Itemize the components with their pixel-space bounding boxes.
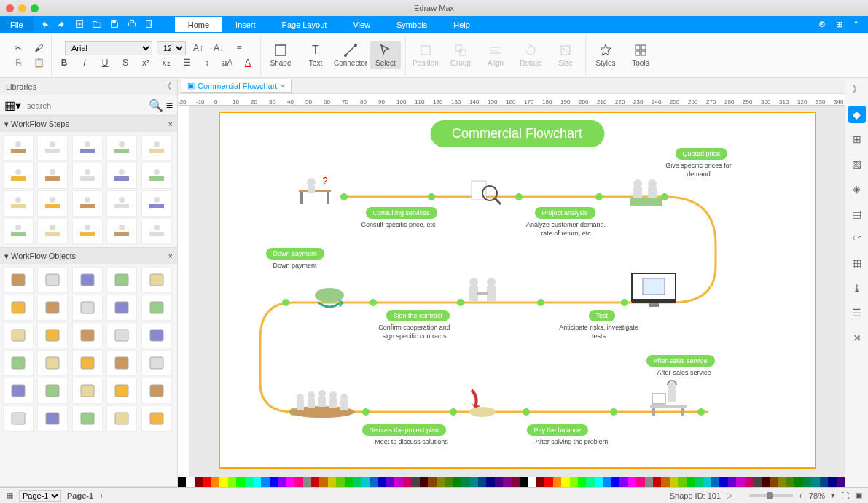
color-swatch[interactable] xyxy=(278,477,286,487)
color-swatch[interactable] xyxy=(195,477,203,487)
fullscreen-icon[interactable]: ▣ xyxy=(855,491,862,500)
lib-step-item[interactable] xyxy=(141,190,172,217)
monitor-icon[interactable] xyxy=(628,270,679,306)
lib-object-item[interactable] xyxy=(141,350,172,376)
pay-hand-icon[interactable] xyxy=(457,386,501,423)
lib-object-item[interactable] xyxy=(72,405,103,432)
color-swatch[interactable] xyxy=(294,477,302,487)
image-panel-icon[interactable]: ▧ xyxy=(848,155,866,173)
color-swatch[interactable] xyxy=(219,477,227,487)
lib-object-item[interactable] xyxy=(3,322,34,348)
document-tab[interactable]: ▣ Commercial Flowchart × xyxy=(181,79,292,93)
flow-label[interactable]: Pay the balance xyxy=(527,424,589,436)
section-workflow-objects[interactable]: ▾ WorkFlow Objects× xyxy=(0,248,177,264)
color-swatch[interactable] xyxy=(386,477,394,487)
support-desk-icon[interactable] xyxy=(646,379,690,416)
lib-object-item[interactable] xyxy=(3,267,34,293)
color-swatch[interactable] xyxy=(512,477,520,487)
group-button[interactable]: Group xyxy=(445,41,476,69)
styles-button[interactable]: Styles xyxy=(590,41,621,69)
color-swatch[interactable] xyxy=(670,477,678,487)
color-swatch[interactable] xyxy=(270,477,278,487)
handshake-icon[interactable] xyxy=(461,273,504,310)
color-swatch[interactable] xyxy=(794,477,802,487)
page-select[interactable]: Page-1 xyxy=(19,490,61,502)
color-swatch[interactable] xyxy=(228,477,236,487)
tab-insert[interactable]: Insert xyxy=(222,17,269,32)
tab-home[interactable]: Home xyxy=(175,17,222,32)
flow-text[interactable]: Confirm cooperation and sign specific co… xyxy=(375,324,455,340)
lib-object-item[interactable] xyxy=(72,350,103,376)
lib-step-item[interactable] xyxy=(72,163,103,189)
lib-step-item[interactable] xyxy=(141,135,172,161)
color-swatch[interactable] xyxy=(536,477,544,487)
flow-text[interactable]: Down payment xyxy=(255,262,335,270)
new-icon[interactable] xyxy=(74,19,85,31)
case-icon[interactable]: aA xyxy=(219,55,235,70)
lib-step-item[interactable] xyxy=(106,163,137,189)
align-button[interactable]: Align xyxy=(480,41,511,69)
lib-object-item[interactable] xyxy=(3,405,34,432)
rotate-button[interactable]: Rotate xyxy=(515,41,546,69)
presentation-icon[interactable]: ▷ xyxy=(727,491,732,500)
color-swatch[interactable] xyxy=(678,477,686,487)
lib-object-item[interactable] xyxy=(141,295,172,321)
color-swatch[interactable] xyxy=(178,477,186,487)
underline-icon[interactable]: U xyxy=(97,55,113,70)
close-section-icon[interactable]: × xyxy=(168,252,173,260)
lib-step-item[interactable] xyxy=(141,218,172,244)
collapse-right-icon[interactable]: 》 xyxy=(848,81,866,98)
apps-icon[interactable]: ⊞ xyxy=(836,20,842,29)
color-swatch[interactable] xyxy=(495,477,503,487)
strike-icon[interactable]: S xyxy=(117,55,133,70)
redo-icon[interactable] xyxy=(57,19,67,31)
save-icon[interactable] xyxy=(109,19,120,31)
section-workflow-steps[interactable]: ▾ WorkFlow Steps× xyxy=(0,116,177,132)
lib-step-item[interactable] xyxy=(106,218,137,244)
color-swatch[interactable] xyxy=(328,477,336,487)
flow-text[interactable]: Give specific prices for demand xyxy=(659,162,739,179)
flow-label[interactable]: Quoted price xyxy=(676,148,728,160)
meeting-icon[interactable] xyxy=(286,386,359,423)
search-input[interactable] xyxy=(24,98,146,113)
color-swatch[interactable] xyxy=(595,477,603,487)
color-swatch[interactable] xyxy=(603,477,611,487)
color-swatch[interactable] xyxy=(811,477,819,487)
size-button[interactable]: Size xyxy=(550,41,581,69)
font-color-icon[interactable]: A xyxy=(240,55,256,70)
lib-object-item[interactable] xyxy=(3,295,34,321)
flow-label[interactable]: Sign the contract xyxy=(386,310,450,321)
color-swatch[interactable] xyxy=(611,477,619,487)
lib-step-item[interactable] xyxy=(72,218,103,244)
color-swatch[interactable] xyxy=(570,477,578,487)
color-swatch[interactable] xyxy=(561,477,569,487)
flow-text[interactable]: After solving the problem xyxy=(532,438,612,447)
color-swatch[interactable] xyxy=(828,477,836,487)
color-swatch[interactable] xyxy=(711,477,719,487)
color-swatch[interactable] xyxy=(520,477,528,487)
color-swatch[interactable] xyxy=(503,477,511,487)
color-swatch[interactable] xyxy=(203,477,211,487)
filter-icon[interactable]: ≡ xyxy=(166,99,173,112)
format-painter-icon[interactable]: 🖌 xyxy=(31,41,47,55)
color-swatch[interactable] xyxy=(820,477,828,487)
lib-step-item[interactable] xyxy=(72,190,103,217)
color-swatch[interactable] xyxy=(420,477,428,487)
shape-button[interactable]: Shape xyxy=(265,41,296,69)
payment-icon[interactable] xyxy=(308,281,351,317)
tab-view[interactable]: View xyxy=(340,17,383,32)
lib-object-item[interactable] xyxy=(106,378,137,404)
flow-label[interactable]: Test xyxy=(589,310,616,321)
page-grid-icon[interactable]: ▦ xyxy=(6,491,13,500)
settings-icon[interactable]: ⚙ xyxy=(818,20,826,29)
color-swatch[interactable] xyxy=(553,477,561,487)
money-people-icon[interactable] xyxy=(625,175,668,211)
page-label[interactable]: Page-1 xyxy=(67,491,93,500)
fit-page-icon[interactable]: ⛶ xyxy=(841,491,849,500)
color-swatch[interactable] xyxy=(586,477,594,487)
tab-page-layout[interactable]: Page Layout xyxy=(269,17,340,32)
increase-font-icon[interactable]: A↑ xyxy=(190,41,206,55)
color-swatch[interactable] xyxy=(445,477,453,487)
italic-icon[interactable]: I xyxy=(77,55,93,70)
flow-label[interactable]: Discuss the project plan xyxy=(362,424,447,436)
